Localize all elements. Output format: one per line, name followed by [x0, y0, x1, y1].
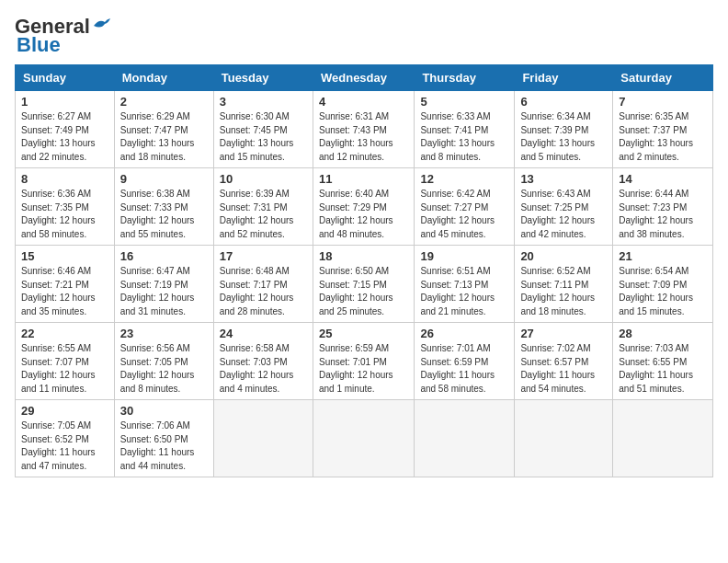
day-number: 16: [120, 249, 208, 263]
day-info: Sunrise: 6:47 AMSunset: 7:19 PMDaylight:…: [120, 265, 208, 318]
day-number: 12: [420, 172, 508, 186]
day-number: 27: [520, 327, 607, 340]
calendar-header-row: SundayMondayTuesdayWednesdayThursdayFrid…: [16, 65, 713, 91]
day-number: 24: [220, 327, 307, 340]
day-number: 10: [220, 172, 307, 186]
day-info: Sunrise: 6:59 AMSunset: 7:01 PMDaylight:…: [319, 342, 408, 396]
calendar-cell: 30Sunrise: 7:06 AMSunset: 6:50 PMDayligh…: [114, 400, 213, 477]
day-info: Sunrise: 6:36 AMSunset: 7:35 PMDaylight:…: [21, 188, 108, 241]
page-header: General Blue: [15, 15, 713, 57]
weekday-header-sunday: Sunday: [16, 65, 115, 91]
day-info: Sunrise: 6:29 AMSunset: 7:47 PMDaylight:…: [120, 110, 208, 164]
logo-blue: Blue: [17, 33, 61, 57]
weekday-header-wednesday: Wednesday: [313, 65, 414, 91]
calendar-cell: [213, 400, 313, 477]
calendar-week-row: 8Sunrise: 6:36 AMSunset: 7:35 PMDaylight…: [16, 168, 713, 246]
day-info: Sunrise: 6:40 AMSunset: 7:29 PMDaylight:…: [319, 188, 408, 241]
calendar-cell: 25Sunrise: 6:59 AMSunset: 7:01 PMDayligh…: [313, 323, 414, 400]
weekday-header-tuesday: Tuesday: [213, 65, 313, 91]
weekday-header-saturday: Saturday: [613, 65, 713, 91]
calendar-cell: 20Sunrise: 6:52 AMSunset: 7:11 PMDayligh…: [515, 246, 613, 323]
calendar-cell: 4Sunrise: 6:31 AMSunset: 7:43 PMDaylight…: [313, 91, 414, 168]
day-info: Sunrise: 6:55 AMSunset: 7:07 PMDaylight:…: [21, 342, 108, 396]
calendar-cell: 21Sunrise: 6:54 AMSunset: 7:09 PMDayligh…: [613, 246, 713, 323]
day-info: Sunrise: 7:05 AMSunset: 6:52 PMDaylight:…: [21, 419, 108, 473]
day-info: Sunrise: 6:31 AMSunset: 7:43 PMDaylight:…: [319, 110, 408, 164]
day-number: 28: [619, 327, 707, 340]
calendar-cell: 7Sunrise: 6:35 AMSunset: 7:37 PMDaylight…: [613, 91, 713, 168]
day-info: Sunrise: 6:35 AMSunset: 7:37 PMDaylight:…: [619, 110, 707, 164]
calendar-cell: 18Sunrise: 6:50 AMSunset: 7:15 PMDayligh…: [313, 246, 414, 323]
calendar-cell: 24Sunrise: 6:58 AMSunset: 7:03 PMDayligh…: [213, 323, 313, 400]
day-number: 22: [21, 327, 108, 340]
day-info: Sunrise: 7:02 AMSunset: 6:57 PMDaylight:…: [520, 342, 607, 396]
day-info: Sunrise: 6:42 AMSunset: 7:27 PMDaylight:…: [420, 188, 508, 241]
calendar-cell: 29Sunrise: 7:05 AMSunset: 6:52 PMDayligh…: [16, 400, 115, 477]
calendar-cell: 6Sunrise: 6:34 AMSunset: 7:39 PMDaylight…: [515, 91, 613, 168]
day-info: Sunrise: 6:27 AMSunset: 7:49 PMDaylight:…: [21, 110, 108, 164]
calendar-cell: 22Sunrise: 6:55 AMSunset: 7:07 PMDayligh…: [16, 323, 115, 400]
day-info: Sunrise: 6:44 AMSunset: 7:23 PMDaylight:…: [619, 188, 707, 241]
calendar-cell: 28Sunrise: 7:03 AMSunset: 6:55 PMDayligh…: [613, 323, 713, 400]
calendar-cell: 9Sunrise: 6:38 AMSunset: 7:33 PMDaylight…: [114, 168, 213, 246]
day-number: 30: [120, 404, 208, 418]
calendar-cell: [313, 400, 414, 477]
day-number: 26: [420, 327, 508, 340]
day-info: Sunrise: 6:58 AMSunset: 7:03 PMDaylight:…: [220, 342, 307, 396]
day-info: Sunrise: 6:52 AMSunset: 7:11 PMDaylight:…: [520, 265, 607, 318]
calendar-cell: 27Sunrise: 7:02 AMSunset: 6:57 PMDayligh…: [515, 323, 613, 400]
calendar-cell: 1Sunrise: 6:27 AMSunset: 7:49 PMDaylight…: [16, 91, 115, 168]
day-number: 6: [520, 95, 607, 109]
day-info: Sunrise: 6:30 AMSunset: 7:45 PMDaylight:…: [220, 110, 307, 164]
day-number: 17: [220, 249, 307, 263]
day-info: Sunrise: 6:56 AMSunset: 7:05 PMDaylight:…: [120, 342, 208, 396]
day-info: Sunrise: 6:50 AMSunset: 7:15 PMDaylight:…: [319, 265, 408, 318]
day-info: Sunrise: 6:38 AMSunset: 7:33 PMDaylight:…: [120, 188, 208, 241]
calendar-cell: 15Sunrise: 6:46 AMSunset: 7:21 PMDayligh…: [16, 246, 115, 323]
calendar-cell: 19Sunrise: 6:51 AMSunset: 7:13 PMDayligh…: [415, 246, 515, 323]
day-number: 18: [319, 249, 408, 263]
day-info: Sunrise: 6:54 AMSunset: 7:09 PMDaylight:…: [619, 265, 707, 318]
calendar-cell: 13Sunrise: 6:43 AMSunset: 7:25 PMDayligh…: [515, 168, 613, 246]
day-number: 7: [619, 95, 707, 109]
calendar-cell: [613, 400, 713, 477]
day-number: 19: [420, 249, 508, 263]
calendar-cell: 17Sunrise: 6:48 AMSunset: 7:17 PMDayligh…: [213, 246, 313, 323]
weekday-header-friday: Friday: [515, 65, 613, 91]
day-info: Sunrise: 7:06 AMSunset: 6:50 PMDaylight:…: [120, 419, 208, 473]
day-number: 23: [120, 327, 208, 340]
calendar-cell: 3Sunrise: 6:30 AMSunset: 7:45 PMDaylight…: [213, 91, 313, 168]
day-number: 2: [120, 95, 208, 109]
day-info: Sunrise: 6:46 AMSunset: 7:21 PMDaylight:…: [21, 265, 108, 318]
calendar-week-row: 22Sunrise: 6:55 AMSunset: 7:07 PMDayligh…: [16, 323, 713, 400]
day-number: 3: [220, 95, 307, 109]
calendar-table: SundayMondayTuesdayWednesdayThursdayFrid…: [15, 64, 713, 477]
day-number: 15: [21, 249, 108, 263]
day-number: 9: [120, 172, 208, 186]
weekday-header-monday: Monday: [114, 65, 213, 91]
day-number: 25: [319, 327, 408, 340]
calendar-week-row: 15Sunrise: 6:46 AMSunset: 7:21 PMDayligh…: [16, 246, 713, 323]
day-number: 29: [21, 404, 108, 418]
calendar-cell: 5Sunrise: 6:33 AMSunset: 7:41 PMDaylight…: [415, 91, 515, 168]
day-number: 1: [21, 95, 108, 109]
day-info: Sunrise: 6:39 AMSunset: 7:31 PMDaylight:…: [220, 188, 307, 241]
day-number: 5: [420, 95, 508, 109]
day-info: Sunrise: 6:48 AMSunset: 7:17 PMDaylight:…: [220, 265, 307, 318]
day-info: Sunrise: 6:43 AMSunset: 7:25 PMDaylight:…: [520, 188, 607, 241]
calendar-cell: 16Sunrise: 6:47 AMSunset: 7:19 PMDayligh…: [114, 246, 213, 323]
calendar-cell: 8Sunrise: 6:36 AMSunset: 7:35 PMDaylight…: [16, 168, 115, 246]
calendar-cell: 2Sunrise: 6:29 AMSunset: 7:47 PMDaylight…: [114, 91, 213, 168]
calendar-cell: 10Sunrise: 6:39 AMSunset: 7:31 PMDayligh…: [213, 168, 313, 246]
day-number: 4: [319, 95, 408, 109]
calendar-cell: 26Sunrise: 7:01 AMSunset: 6:59 PMDayligh…: [415, 323, 515, 400]
day-number: 13: [520, 172, 607, 186]
calendar-cell: 12Sunrise: 6:42 AMSunset: 7:27 PMDayligh…: [415, 168, 515, 246]
logo: General Blue: [15, 15, 112, 57]
day-info: Sunrise: 6:33 AMSunset: 7:41 PMDaylight:…: [420, 110, 508, 164]
calendar-cell: [415, 400, 515, 477]
logo-bird-icon: [92, 17, 112, 33]
day-number: 8: [21, 172, 108, 186]
day-info: Sunrise: 7:01 AMSunset: 6:59 PMDaylight:…: [420, 342, 508, 396]
day-info: Sunrise: 6:34 AMSunset: 7:39 PMDaylight:…: [520, 110, 607, 164]
